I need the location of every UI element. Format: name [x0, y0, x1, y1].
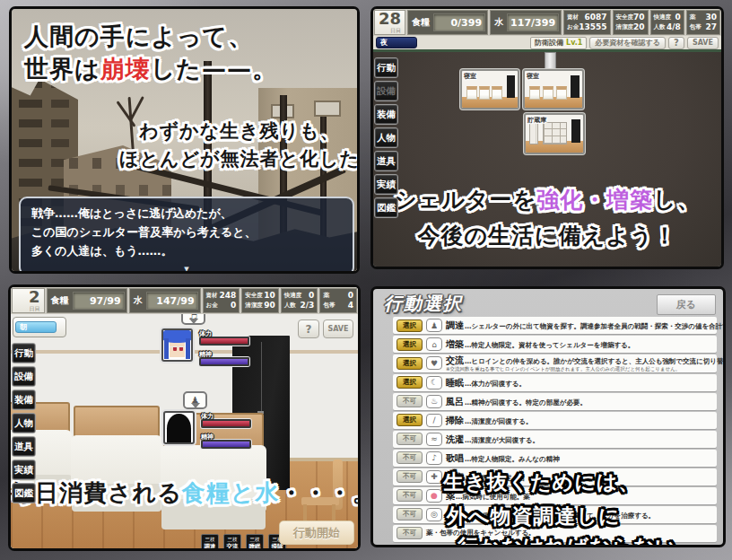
room-door: [571, 119, 580, 142]
party-badge: 三枝睡眠: [246, 534, 264, 551]
screenshot-shelter: 28 日目 食糧 0/399 水 117/399 資材6087 お金13555 …: [370, 6, 724, 269]
back-button[interactable]: 戻る: [657, 294, 716, 315]
character-portrait-girl[interactable]: [161, 328, 193, 362]
day-counter: 28 日目: [374, 10, 405, 35]
select-badge: 選択: [396, 357, 423, 370]
unavailable-badge: 不可: [396, 395, 423, 407]
room-bedroom-1[interactable]: 寝室: [460, 69, 519, 109]
medical-cross-icon: ✚: [426, 470, 442, 484]
sidebar-item-encyclopedia[interactable]: 図鑑: [374, 197, 398, 218]
sidebar-item-tools[interactable]: 道具: [12, 436, 36, 457]
broom-icon: ∕: [426, 414, 442, 427]
food-label: 食糧: [410, 16, 431, 29]
room-door: [571, 75, 580, 98]
intro-headline-line2: 世界は崩壊した——。: [24, 53, 277, 85]
room-door: [507, 75, 515, 98]
dialog-line2: この国のシェルター普及率から考えると、: [31, 223, 342, 242]
speech-bubble-walk-icon: ♟: [183, 391, 207, 409]
sidebar-item-facility: 設備: [374, 81, 398, 101]
day-number: 28: [379, 11, 401, 27]
survival-caption-line2: 外へ物資調達しに: [447, 503, 621, 530]
toolbar: 夜 防衛設備Lv.1 必要資材を確認する ? SAVE: [373, 36, 721, 52]
laundry-icon: ≈: [426, 433, 442, 446]
promo-collage: 人間の手によって、 世界は崩壊した——。 わずかな生き残りも、 ほとんどが無法者…: [0, 0, 732, 560]
defense-level-box: 防衛設備Lv.1: [530, 37, 587, 49]
select-badge: 選択: [396, 414, 423, 426]
sidebar-item-facility[interactable]: 設備: [12, 366, 36, 387]
room-storage[interactable]: 貯蔵庫: [524, 113, 585, 154]
sidebar-item-achievements[interactable]: 実績: [374, 174, 398, 195]
help-button[interactable]: ?: [298, 319, 319, 338]
silhouette: [167, 414, 191, 444]
sidebar-item-equipment[interactable]: 装備: [12, 389, 36, 410]
action-row-sing: 不可 ♪ 歌唱…特定人物限定。みんなの精神: [393, 450, 717, 467]
storage-shelf: [543, 122, 567, 144]
shelter-entrance-shaft: [545, 52, 556, 70]
room-bedroom-2[interactable]: 寝室: [523, 69, 584, 109]
save-button[interactable]: SAVE: [323, 319, 353, 338]
sidebar-item-encyclopedia[interactable]: 図鑑: [12, 483, 36, 503]
build-icon: ⌂: [426, 337, 442, 351]
stat-safety-clean: 安全度70 清潔度20: [613, 10, 649, 35]
mind-label: 精神: [201, 433, 214, 442]
food-gauge: 食糧 0/399: [407, 10, 488, 35]
food-value: 97/99: [73, 292, 125, 310]
bed: [543, 86, 553, 100]
sidebar-item-achievements[interactable]: 実績: [12, 459, 36, 480]
action-row-laundry: 不可 ≈ 洗濯…清潔度が大回復する。: [393, 431, 717, 448]
party-badge: 三枝交流: [223, 534, 241, 551]
unavailable-badge: 不可: [396, 527, 423, 539]
defense-level: Lv.1: [566, 39, 582, 47]
action-row-build[interactable]: 選択 ⌂ 増築…特定人物限定。資材を使ってシェルターを増築する。: [393, 336, 717, 353]
room-label: 寝室: [527, 72, 539, 81]
action-row-sleep[interactable]: 選択 ☾ 睡眠…体力が回復する。: [393, 374, 717, 391]
time-of-day-badge: 朝: [15, 321, 57, 333]
sidebar-item-action[interactable]: 行動: [12, 343, 36, 363]
check-materials-button[interactable]: 必要資材を確認する: [589, 37, 666, 49]
hp-label: 体力: [201, 412, 214, 421]
action-row-procure[interactable]: 選択 ♟ 調達…シェルターの外に出て物資を探す。調達参加者全員の戦闘・探索・交渉…: [393, 317, 717, 334]
stat-medicine-bandage: 薬30 包帯27: [686, 10, 720, 35]
shelter-caption-line2: 今後の生活に備えよう！: [373, 221, 721, 250]
socialize-note: ※交流回数を重ねる事でヒロインのイベントが開放されます。主人公のみの選択だと何も…: [446, 366, 726, 372]
day-unit: 日目: [390, 27, 401, 35]
save-button[interactable]: SAVE: [687, 37, 719, 49]
message-window[interactable]: 戦争‥‥‥俺はとっさに逃げ込めたが、 この国のシェルター普及率から考えると、 多…: [19, 197, 354, 274]
help-button[interactable]: ?: [668, 37, 684, 49]
character-portrait-silhouette[interactable]: [163, 411, 195, 444]
action-row-socialize[interactable]: 選択 ♥ 交流…ヒロインとの仲を深める。誰かが交流を選択すると、主人公も強制で交…: [393, 354, 717, 372]
select-badge: 選択: [396, 338, 423, 351]
dialog-line3: 多くの人達は、もう‥‥‥。: [31, 242, 342, 261]
sidebar-menu: 行動 設備 装備 人物 道具 実績 図鑑: [374, 57, 398, 218]
sidebar-item-tools[interactable]: 道具: [374, 151, 398, 171]
stat-comfort-people: 快適度0 人数4/8: [650, 10, 684, 35]
survival-caption-line1: 生き抜くためには、: [443, 468, 640, 496]
procure-icon: ♟: [426, 319, 442, 332]
sidebar-item-people[interactable]: 人物: [374, 127, 398, 148]
room-label: 寝室: [464, 72, 476, 81]
food-label: 食糧: [49, 294, 71, 307]
song-icon: ♪: [426, 451, 442, 465]
stat-medicine-bandage: 薬0 包帯4: [319, 288, 357, 313]
glasses: [170, 346, 184, 354]
select-badge: 選択: [396, 319, 423, 332]
mind-label: 精神: [199, 350, 212, 359]
water-value: 117/399: [507, 13, 559, 31]
stat-materials-money: 資材6087 お金13555: [563, 10, 610, 35]
water-label: 水: [132, 294, 144, 307]
room-label: 貯蔵庫: [527, 116, 546, 125]
action-row-clean[interactable]: 選択 ∕ 掃除…清潔度が回復する。: [393, 412, 717, 429]
caption-highlight-upgrade: 強化・増築: [536, 187, 653, 213]
screenshot-intro: 人間の手によって、 世界は崩壊した——。 わずかな生き残りも、 ほとんどが無法者…: [9, 6, 360, 274]
action-select-title: 行動選択: [384, 292, 463, 316]
sidebar-item-action[interactable]: 行動: [374, 57, 398, 78]
status-header: 28 日目 食糧 0/399 水 117/399 資材6087 お金13555 …: [373, 9, 721, 36]
day-counter: 2 日目: [12, 288, 45, 313]
headline-highlight-collapse: 崩壊: [100, 55, 151, 83]
water-label: 水: [492, 16, 505, 29]
sidebar-item-equipment[interactable]: 装備: [374, 104, 398, 125]
party-action-badges: 三枝調達 三枝交流 三枝睡眠 三枝掃除: [201, 534, 286, 551]
sidebar-item-people[interactable]: 人物: [12, 413, 36, 433]
stat-comfort-people: 快適度0 人数2/3: [281, 288, 318, 313]
start-action-button[interactable]: 行動開始: [279, 521, 354, 545]
